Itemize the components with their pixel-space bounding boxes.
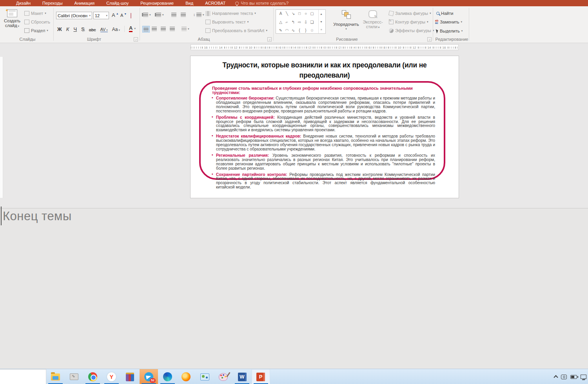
find-button[interactable]: Найти — [436, 11, 453, 16]
thumbnail-panel-edge[interactable] — [0, 57, 3, 198]
slide[interactable]: Трудности, которые возникли и как их пре… — [191, 56, 459, 198]
shape-icon[interactable]: ⇩ — [303, 19, 309, 25]
shape-icon[interactable]: ⇨ — [296, 19, 303, 25]
smartart-icon — [205, 28, 211, 33]
taskbar-icon-telegram[interactable]: 52 — [140, 369, 158, 384]
arrange-button[interactable]: Упорядочить ▾ — [332, 10, 360, 31]
taskbar-icon-paint[interactable] — [214, 369, 232, 384]
decrease-indent-button[interactable] — [171, 13, 176, 17]
notes-text[interactable]: Конец темы — [3, 209, 72, 223]
shape-icon[interactable]: A — [278, 11, 284, 16]
text-caret — [1, 206, 2, 225]
taskbar-icon-chrome[interactable] — [83, 369, 102, 384]
shape-icon[interactable]: ↘ — [290, 11, 296, 16]
shape-icon[interactable]: ∿ — [290, 27, 296, 33]
replace-button[interactable]: abac Заменить▾ — [435, 20, 462, 24]
taskbar-icon-photo-viewer[interactable] — [196, 369, 214, 384]
underline-button[interactable]: Ч — [73, 26, 77, 32]
shape-effects-button[interactable]: Эффекты фигуры▾ — [389, 28, 434, 33]
ribbon-tab-bar: Дизайн Переходы Анимация Слайд-шоу Рецен… — [0, 0, 588, 6]
shape-icon[interactable]: ✎ — [278, 27, 284, 33]
shape-icon[interactable]: ⌐ — [284, 19, 290, 25]
tell-me-box[interactable]: Что вы хотите сделать? — [235, 1, 289, 5]
increase-font-button[interactable]: А▲ — [112, 12, 119, 18]
layout-button[interactable]: Макет▾ — [24, 11, 46, 16]
shape-gallery-scroll[interactable]: ▲ ▼ ≡ — [318, 10, 324, 33]
align-right-button[interactable] — [161, 27, 166, 31]
slide-title[interactable]: Трудности, которые возникли и как их пре… — [207, 60, 443, 80]
section-button[interactable]: Раздел▾ — [24, 28, 48, 33]
strikethrough-button[interactable]: abc — [89, 27, 96, 32]
tray-chevron-icon[interactable] — [554, 375, 558, 379]
shape-icon[interactable]: ○ — [303, 11, 309, 16]
tab-animation[interactable]: Анимация — [69, 0, 101, 6]
shape-icon[interactable]: ▢ — [309, 11, 315, 16]
convert-smartart-button[interactable]: Преобразовать в SmartArt▾ — [205, 28, 267, 33]
line-spacing-button[interactable]: ↕▾ — [193, 13, 204, 17]
columns-button[interactable]: ▾ — [181, 27, 189, 31]
gallery-scroll-up-icon[interactable]: ▲ — [319, 10, 324, 18]
ruler-number: 10 — [248, 45, 253, 50]
align-text-button[interactable]: Выровнять текст▾ — [205, 20, 249, 24]
tab-design[interactable]: Дизайн — [10, 0, 36, 6]
shape-outline-button[interactable]: ✎ Контур фигуры▾ — [389, 20, 428, 24]
ruler: 1614121086420246810121416 — [191, 44, 459, 50]
reset-slide-button[interactable]: Сбросить — [24, 20, 50, 24]
font-name-combo[interactable]: Calibri (Основн▾ — [56, 12, 92, 19]
tray-battery-icon[interactable] — [570, 375, 577, 379]
quick-styles-button[interactable]: Экспресс-стили ▾ — [361, 10, 385, 29]
align-center-button[interactable] — [152, 27, 157, 31]
shape-fill-button[interactable]: Заливка фигуры▾ — [389, 11, 431, 16]
tab-slideshow[interactable]: Слайд-шоу — [100, 0, 134, 6]
taskbar-icon-word[interactable]: W — [233, 369, 251, 384]
select-button[interactable]: Выделить▾ — [436, 29, 463, 33]
taskbar-icon-powerpoint[interactable]: P — [252, 369, 270, 384]
shape-icon[interactable]: △ — [278, 19, 284, 25]
bold-button[interactable]: Ж — [57, 26, 62, 32]
tab-view[interactable]: Вид — [180, 0, 199, 6]
find-icon — [436, 12, 439, 15]
char-spacing-button[interactable]: AV ▾ — [100, 27, 108, 32]
paragraph-dialog-launcher[interactable]: ⌟ — [267, 37, 272, 42]
tab-review[interactable]: Рецензирование — [134, 0, 180, 6]
gallery-scroll-down-icon[interactable]: ▼ — [319, 18, 324, 25]
shape-icon[interactable]: ╲ — [284, 11, 290, 16]
shape-icon[interactable]: □ — [296, 11, 303, 16]
drawing-dialog-launcher[interactable]: ⌟ — [427, 37, 432, 42]
content-box[interactable]: Проведение столь масштабных и глубоких р… — [199, 81, 445, 180]
increase-indent-button[interactable] — [181, 13, 186, 17]
taskbar-icon-edge[interactable] — [158, 369, 177, 384]
decrease-font-button[interactable]: А▼ — [120, 13, 127, 18]
font-dialog-launcher[interactable]: ⌟ — [134, 37, 138, 42]
tray-display-icon[interactable] — [561, 375, 567, 379]
taskbar-icon-firefox[interactable] — [177, 369, 195, 384]
taskbar-icon-file-explorer[interactable] — [46, 369, 65, 384]
tab-transitions[interactable]: Переходы — [36, 0, 69, 6]
tab-acrobat[interactable]: ACROBAT — [199, 0, 231, 6]
shape-icon[interactable]: ❏ — [309, 19, 315, 25]
text-direction-button[interactable]: Направление текста▾ — [205, 11, 256, 16]
font-color-button[interactable]: А — [129, 25, 132, 32]
font-size-combo[interactable]: 12▾ — [93, 12, 109, 19]
text-shadow-button[interactable]: S — [81, 26, 85, 32]
italic-button[interactable]: К — [66, 26, 69, 32]
shape-icon[interactable]: ☆ — [309, 27, 315, 33]
shape-icon[interactable]: ↰ — [290, 19, 296, 25]
bullet-list-button[interactable]: ▾ — [143, 13, 151, 17]
taskbar-icon-yandex-browser[interactable]: Y — [102, 369, 121, 384]
taskbar-icon-system-monitor[interactable] — [65, 369, 83, 384]
lower-pane[interactable]: Конец темы — [0, 209, 588, 369]
clear-formatting-button[interactable] — [131, 13, 131, 18]
tray-network-icon[interactable] — [581, 375, 586, 379]
numbered-list-button[interactable]: ▾ — [156, 13, 164, 17]
align-left-button[interactable] — [142, 26, 150, 33]
taskbar-icon-winrar[interactable] — [121, 369, 139, 384]
replace-icon: abac — [435, 20, 438, 24]
shape-icon[interactable]: { — [296, 27, 303, 33]
gallery-more-icon[interactable]: ≡ — [319, 25, 324, 33]
new-slide-button[interactable]: ✦ Создать слайд ▾ — [4, 9, 20, 29]
align-justify-button[interactable] — [170, 27, 175, 31]
change-case-button[interactable]: Aa ▾ — [112, 27, 120, 32]
shape-icon[interactable]: ◠ — [284, 27, 290, 33]
shape-icon[interactable]: } — [303, 27, 309, 33]
